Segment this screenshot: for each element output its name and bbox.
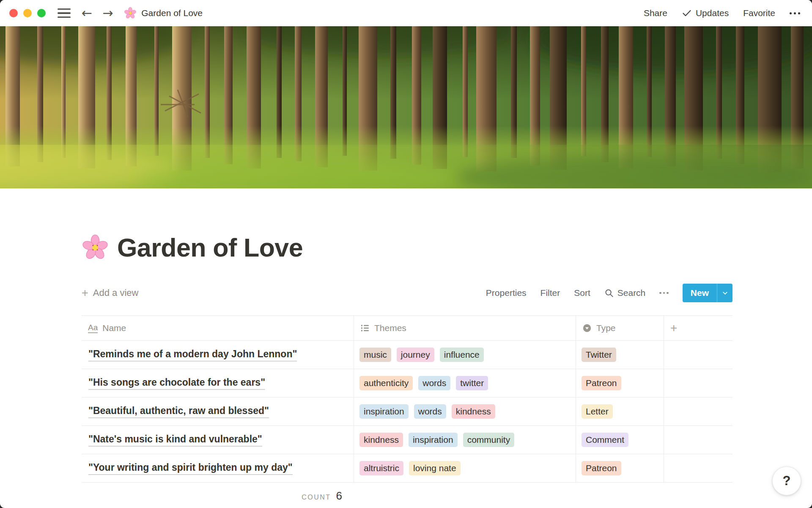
cell-extra xyxy=(664,369,732,397)
type-tag[interactable]: Patreon xyxy=(582,376,621,390)
close-window-button[interactable] xyxy=(9,9,18,17)
filter-button[interactable]: Filter xyxy=(540,288,560,298)
search-icon xyxy=(604,288,614,298)
table-row[interactable]: "His songs are chocolate for the ears" a… xyxy=(82,369,732,398)
cherry-blossom-icon xyxy=(124,7,137,19)
page-content: Garden of Love + Add a view Properties F… xyxy=(82,188,732,508)
add-column-button[interactable]: + xyxy=(664,316,732,340)
cell-name[interactable]: "Beautiful, authentic, raw and blessed" xyxy=(82,398,354,425)
plus-icon: + xyxy=(82,287,88,299)
cell-type[interactable]: Letter xyxy=(576,398,664,425)
count-aggregate[interactable]: COUNT 6 xyxy=(82,489,354,502)
cell-type[interactable]: Comment xyxy=(576,426,664,454)
page-title[interactable]: Garden of Love xyxy=(117,233,303,262)
cell-themes[interactable]: inspirationwordskindness xyxy=(354,398,576,425)
cell-extra xyxy=(664,341,732,369)
cell-extra xyxy=(664,398,732,425)
cell-name[interactable]: "Your writing and spirit brighten up my … xyxy=(82,454,354,482)
share-button[interactable]: Share xyxy=(644,8,667,18)
cell-extra xyxy=(664,426,732,454)
column-header-themes[interactable]: Themes xyxy=(354,316,576,340)
updates-button[interactable]: Updates xyxy=(682,8,729,18)
breadcrumb-title: Garden of Love xyxy=(141,8,203,18)
cell-themes[interactable]: authenticitywordstwitter xyxy=(354,369,576,397)
back-arrow-icon[interactable]: ← xyxy=(82,7,92,19)
column-header-name[interactable]: Aa Name xyxy=(82,316,354,340)
select-dropdown-icon xyxy=(582,323,592,333)
favorite-button[interactable]: Favorite xyxy=(743,8,775,18)
theme-tag[interactable]: words xyxy=(418,376,450,390)
plus-icon: + xyxy=(670,321,677,335)
forward-arrow-icon[interactable]: → xyxy=(102,7,113,19)
traffic-lights xyxy=(9,9,46,17)
chevron-down-icon xyxy=(721,290,729,297)
view-actions: Properties Filter Sort Search New xyxy=(486,284,732,302)
table-footer: COUNT 6 xyxy=(82,483,732,508)
new-button[interactable]: New xyxy=(683,284,717,302)
properties-button[interactable]: Properties xyxy=(486,288,527,298)
cell-extra xyxy=(664,454,732,482)
theme-tag[interactable]: influence xyxy=(440,348,484,362)
more-options-icon[interactable] xyxy=(790,12,800,14)
type-tag[interactable]: Twitter xyxy=(582,348,616,362)
theme-tag[interactable]: words xyxy=(414,404,446,419)
cell-themes[interactable]: musicjourneyinfluence xyxy=(354,341,576,369)
table-body: "Reminds me of a modern day John Lennon"… xyxy=(82,341,732,483)
new-row-button-group: New xyxy=(683,284,732,302)
database-table: Aa Name Themes Type xyxy=(82,315,732,508)
table-row[interactable]: "Nate's music is kind and vulnerable" ki… xyxy=(82,426,732,454)
view-more-options-icon[interactable] xyxy=(659,292,669,294)
cover-image xyxy=(0,26,812,188)
theme-tag[interactable]: journey xyxy=(397,348,434,362)
table-header: Aa Name Themes Type xyxy=(82,315,732,341)
new-button-dropdown[interactable] xyxy=(717,284,732,302)
table-row[interactable]: "Beautiful, authentic, raw and blessed" … xyxy=(82,398,732,426)
type-tag[interactable]: Letter xyxy=(582,404,613,419)
add-view-button[interactable]: + Add a view xyxy=(82,287,138,299)
theme-tag[interactable]: altruistric xyxy=(359,461,403,475)
theme-tag[interactable]: kindness xyxy=(452,404,495,419)
help-button[interactable]: ? xyxy=(772,467,801,495)
text-aa-icon: Aa xyxy=(88,323,98,334)
history-nav: ← → xyxy=(82,7,113,19)
breadcrumb[interactable]: Garden of Love xyxy=(124,7,203,19)
table-row[interactable]: "Your writing and spirit brighten up my … xyxy=(82,454,732,483)
count-value: 6 xyxy=(336,489,342,502)
page-header: Garden of Love xyxy=(82,232,732,264)
count-label: COUNT xyxy=(302,494,331,501)
checkmark-icon xyxy=(682,8,692,18)
cell-name[interactable]: "His songs are chocolate for the ears" xyxy=(82,369,354,397)
cell-type[interactable]: Patreon xyxy=(576,369,664,397)
theme-tag[interactable]: inspiration xyxy=(409,433,458,447)
theme-tag[interactable]: twitter xyxy=(456,376,488,390)
cell-themes[interactable]: kindnessinspirationcommunity xyxy=(354,426,576,454)
sort-button[interactable]: Sort xyxy=(574,288,590,298)
notion-window: ← → Garden of Love Share xyxy=(0,0,812,508)
theme-tag[interactable]: music xyxy=(359,348,391,362)
theme-tag[interactable]: loving nate xyxy=(409,461,461,475)
cell-type[interactable]: Patreon xyxy=(576,454,664,482)
cell-themes[interactable]: altruistricloving nate xyxy=(354,454,576,482)
multi-select-list-icon xyxy=(360,323,370,333)
cell-name[interactable]: "Reminds me of a modern day John Lennon" xyxy=(82,341,354,369)
theme-tag[interactable]: kindness xyxy=(359,433,403,447)
column-header-type[interactable]: Type xyxy=(576,316,664,340)
question-mark-icon: ? xyxy=(783,473,791,489)
theme-tag[interactable]: authenticity xyxy=(359,376,413,390)
search-button[interactable]: Search xyxy=(604,288,646,298)
forest-illustration xyxy=(0,26,812,188)
cell-name[interactable]: "Nate's music is kind and vulnerable" xyxy=(82,426,354,454)
cherry-blossom-icon[interactable] xyxy=(82,234,109,261)
theme-tag[interactable]: community xyxy=(463,433,515,447)
type-tag[interactable]: Patreon xyxy=(582,461,621,475)
cell-type[interactable]: Twitter xyxy=(576,341,664,369)
titlebar: ← → Garden of Love Share xyxy=(0,0,812,26)
theme-tag[interactable]: inspiration xyxy=(359,404,409,419)
zoom-window-button[interactable] xyxy=(37,9,46,17)
minimize-window-button[interactable] xyxy=(23,9,32,17)
sidebar-menu-icon[interactable] xyxy=(58,8,71,18)
table-row[interactable]: "Reminds me of a modern day John Lennon"… xyxy=(82,341,732,369)
titlebar-actions: Share Updates Favorite xyxy=(644,8,800,18)
view-toolbar: + Add a view Properties Filter Sort Sear… xyxy=(82,283,732,303)
type-tag[interactable]: Comment xyxy=(582,433,628,447)
